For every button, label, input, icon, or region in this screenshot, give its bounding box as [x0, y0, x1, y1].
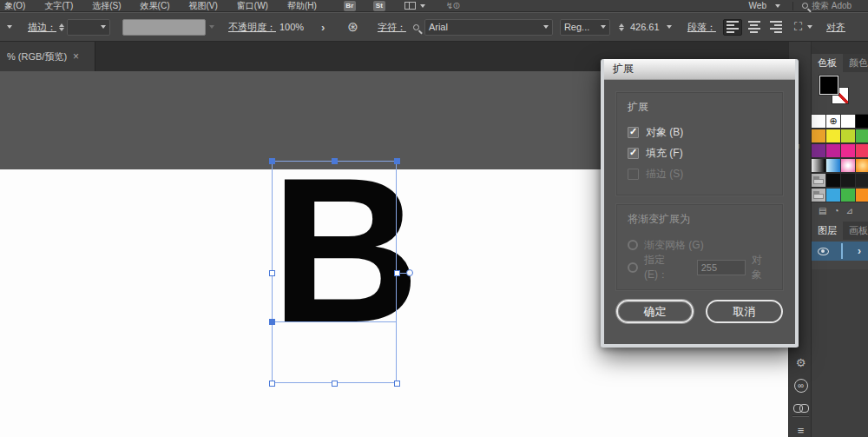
menu-lines-icon[interactable]: ≡	[789, 424, 812, 437]
swatch-color[interactable]	[826, 188, 841, 202]
tab-artboards[interactable]: 画板	[843, 222, 868, 240]
swatch-folder[interactable]	[812, 173, 826, 188]
menu-item[interactable]: 视图(V)	[179, 0, 227, 12]
opacity-panel-arrow-icon[interactable]: ›	[321, 21, 325, 34]
recolor-artwork-icon[interactable]: ⊛	[347, 19, 358, 35]
font-style-dropdown[interactable]: Reg...	[560, 19, 610, 36]
stroke-label[interactable]: 描边：	[28, 21, 56, 34]
selection-handle[interactable]	[269, 270, 275, 276]
fill-color-dropdown-icon[interactable]	[7, 25, 12, 29]
selection-bounding-box[interactable]	[272, 161, 397, 383]
swatch-grad-blue[interactable]	[826, 158, 841, 173]
chevron-down-icon[interactable]	[807, 25, 812, 29]
swatch-grad-pink[interactable]	[841, 158, 856, 173]
brush-definition-dropdown[interactable]	[122, 19, 206, 36]
selection-handle[interactable]	[269, 158, 275, 164]
layer-row-selected[interactable]: ›	[812, 242, 868, 261]
align-center-button[interactable]	[745, 19, 764, 36]
arrange-documents-icon[interactable]	[404, 2, 416, 10]
gear-icon[interactable]: ⚙	[789, 356, 812, 369]
expand-layer-icon[interactable]: ›	[858, 245, 861, 257]
workspace-switcher[interactable]: Web	[737, 1, 792, 10]
search-input[interactable]: 搜索 Adob	[793, 0, 868, 12]
link-icon[interactable]	[789, 401, 812, 414]
swatch-color[interactable]	[841, 129, 856, 143]
swatch-color[interactable]	[856, 173, 868, 188]
stroke-weight-dropdown[interactable]	[67, 19, 110, 36]
selection-handle[interactable]	[332, 158, 338, 164]
style-options-icon[interactable]: ⛶	[794, 20, 802, 34]
swatch-libraries-icon[interactable]: ▤	[819, 206, 826, 215]
document-tab[interactable]: % (RGB/预览) ×	[0, 42, 95, 71]
menu-item[interactable]: 窗口(W)	[227, 0, 278, 12]
selection-handle[interactable]	[394, 158, 400, 164]
ok-button[interactable]: 确定	[616, 300, 694, 323]
font-search-icon[interactable]	[413, 24, 419, 30]
swatch-folder[interactable]	[812, 188, 826, 202]
fill-color-proxy[interactable]	[819, 76, 838, 95]
swatch-color[interactable]	[856, 114, 868, 129]
checkbox-object[interactable]: 对象 (B)	[628, 122, 772, 142]
swatch-color[interactable]	[856, 188, 868, 202]
align-right-button[interactable]	[766, 19, 786, 36]
menu-item[interactable]: 文字(T)	[35, 0, 82, 12]
sync-status-icon[interactable]: ↯⏼	[446, 1, 460, 11]
swatch-none[interactable]	[812, 114, 826, 129]
swatch-reg[interactable]: ⊕	[826, 114, 841, 129]
checkbox-icon[interactable]	[628, 148, 639, 159]
swatch-color[interactable]	[841, 173, 856, 188]
font-size-value[interactable]: 426.61	[627, 19, 675, 36]
swatch-grad-gray[interactable]	[812, 158, 826, 173]
chevron-down-icon[interactable]	[420, 4, 425, 8]
stock-app-icon[interactable]: St	[373, 1, 385, 11]
align-left-button[interactable]	[723, 19, 742, 36]
selection-handle[interactable]	[269, 381, 275, 387]
creative-cloud-icon[interactable]: ∞	[789, 378, 812, 393]
align-label[interactable]: 对齐	[826, 21, 845, 34]
font-size-stepper[interactable]	[619, 23, 624, 31]
swatch-color[interactable]	[856, 143, 868, 158]
radio-icon[interactable]	[628, 240, 638, 250]
dialog-title-bar[interactable]: 扩展	[604, 59, 795, 80]
tab-color[interactable]: 颜色	[843, 54, 868, 72]
radio-icon[interactable]	[628, 262, 638, 273]
menu-item[interactable]: 效果(C)	[131, 0, 180, 12]
cancel-button[interactable]: 取消	[706, 300, 783, 323]
font-family-dropdown[interactable]: Arial	[424, 19, 553, 36]
character-label[interactable]: 字符：	[378, 21, 406, 34]
swatch-color[interactable]	[841, 188, 856, 202]
swatch-color[interactable]	[812, 129, 826, 143]
swatch-color[interactable]	[841, 143, 856, 158]
visibility-eye-icon[interactable]	[818, 248, 829, 255]
checkbox-icon[interactable]	[628, 127, 639, 138]
color-themes-icon[interactable]: ◔	[833, 206, 838, 215]
swatch-options-icon[interactable]: ⊿	[846, 206, 853, 215]
stroke-weight-stepper[interactable]	[59, 23, 64, 31]
selection-handle[interactable]	[394, 381, 400, 387]
swatch-color[interactable]	[841, 114, 856, 129]
swatch-color[interactable]	[812, 143, 826, 158]
paragraph-label[interactable]: 段落：	[687, 21, 716, 34]
swatch-color[interactable]	[826, 129, 841, 143]
checkbox-icon[interactable]	[628, 169, 639, 180]
menu-item[interactable]: 选择(S)	[82, 0, 130, 12]
swatch-color[interactable]	[826, 143, 841, 158]
menu-item[interactable]: 象(O)	[0, 0, 35, 12]
specify-objects-input[interactable]	[697, 260, 746, 275]
swatch-grad-orange[interactable]	[856, 158, 868, 173]
swatch-color[interactable]	[856, 129, 868, 143]
menu-item[interactable]: 帮助(H)	[278, 0, 326, 12]
opacity-label[interactable]: 不透明度：	[228, 21, 276, 34]
selection-handle[interactable]	[269, 319, 275, 325]
checkbox-stroke[interactable]: 描边 (S)	[628, 163, 772, 184]
tab-layers[interactable]: 图层	[812, 222, 843, 240]
selection-center-point[interactable]	[406, 269, 413, 276]
tab-swatches[interactable]: 色板	[812, 54, 843, 72]
bridge-app-icon[interactable]: Br	[344, 1, 356, 11]
swatch-color[interactable]	[826, 173, 841, 188]
checkbox-fill[interactable]: 填充 (F)	[628, 142, 772, 163]
selection-handle[interactable]	[332, 381, 338, 387]
opacity-value[interactable]: 100%	[276, 19, 316, 36]
radio-specify[interactable]: 指定 (E)： 对象	[628, 256, 772, 279]
close-icon[interactable]: ×	[73, 50, 79, 63]
